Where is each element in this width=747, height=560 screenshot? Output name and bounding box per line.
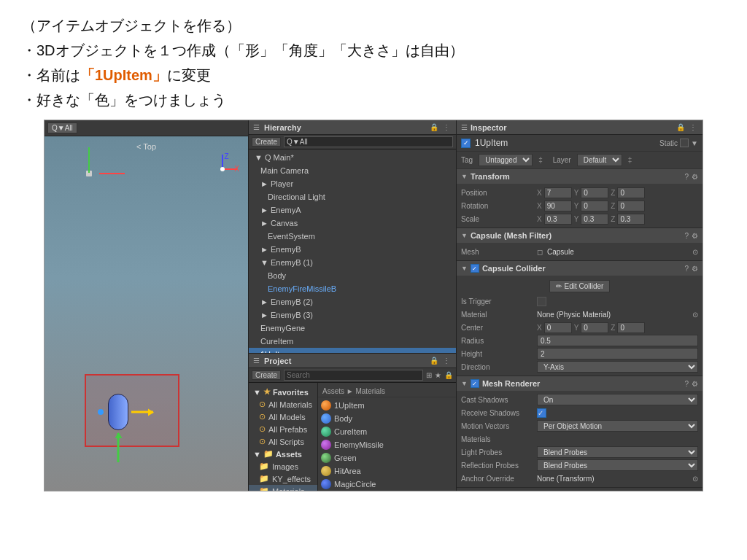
light-probes-dropdown[interactable]: Blend Probes [537,446,698,458]
center-y-input[interactable] [581,322,608,333]
h-item-canvas[interactable]: ► Canvas [249,217,456,230]
inspector-lock-btn[interactable]: 🔒 [675,123,686,131]
radius-input[interactable] [537,335,698,346]
h-item-enemyb1[interactable]: ▼ EnemyB (1) [249,256,456,269]
h-item-enemygene[interactable]: EnemyGene [249,322,456,335]
capsule-collider-enabled[interactable]: ✓ [471,264,479,273]
is-trigger-checkbox[interactable] [537,297,546,306]
cast-shadows-dropdown[interactable]: On [537,394,698,405]
object-name-input[interactable] [475,138,655,148]
position-y-input[interactable] [581,187,608,198]
material-select-btn[interactable]: ⊙ [692,311,698,319]
h-label: Main Camera [260,166,309,175]
transform-title: Transform [471,172,510,181]
mesh-renderer-enabled[interactable]: ✓ [471,379,479,388]
proj-images[interactable]: 📁 Images [249,460,317,472]
is-trigger-label: Is Trigger [461,298,534,306]
mat-hitarea[interactable]: HitArea [318,464,456,478]
scale-y-input[interactable] [581,214,608,225]
mesh-filter-gear-btn[interactable]: ⚙ [692,232,698,240]
tag-dropdown[interactable]: Untagged [479,154,533,166]
receive-shadows-checkbox[interactable]: ✓ [537,408,546,418]
h-label: Directional Light [268,192,325,201]
inspector-menu-btn[interactable]: ⋮ [688,123,698,131]
hierarchy-lock-btn[interactable]: 🔒 [428,123,440,131]
transform-header[interactable]: ▼ Transform ? ⚙ [457,169,703,184]
project-lock-btn[interactable]: 🔒 [428,357,440,365]
h-item-enemyfiremarssile[interactable]: EnemyFireMissileB [249,282,456,295]
edit-collider-btn[interactable]: ✏ Edit Collider [549,280,611,292]
proj-all-scripts[interactable]: ⊙ All Scripts [249,435,317,448]
capsule-collider-question-btn[interactable]: ? [684,265,689,273]
static-dropdown-arrow[interactable]: ▼ [691,139,698,147]
project-menu-btn[interactable]: ⋮ [441,357,452,365]
folder-icon: 📁 [259,486,269,491]
mesh-renderer-question-btn[interactable]: ? [684,380,689,388]
project-search-input[interactable] [284,370,423,381]
h-item-maincamera[interactable]: Main Camera [249,164,456,177]
cast-shadows-row: Cast Shadows On [461,393,698,406]
project-body: ▼ ★ Favorites ⊙ All Materials ⊙ All Mode… [249,383,456,491]
mesh-filter-header[interactable]: ▼ Capsule (Mesh Filter) ? ⚙ [457,228,703,243]
motion-vectors-dropdown[interactable]: Per Object Motion [537,420,698,432]
capsule-collider-gear-btn[interactable]: ⚙ [692,265,698,273]
scene-toolbar-qall[interactable]: Q▼All [47,122,77,133]
reflection-probes-dropdown[interactable]: Blend Probes [537,459,698,471]
project-view-toggle[interactable]: ⊞ [426,371,432,379]
h-item-player[interactable]: ► Player [249,177,456,190]
center-z-input[interactable] [617,322,645,333]
position-z-input[interactable] [617,187,645,198]
h-item-enemyb3[interactable]: ► EnemyB (3) [249,308,456,322]
proj-ky-effects[interactable]: 📁 KY_effects [249,472,317,485]
static-checkbox[interactable] [680,139,689,147]
h-item-eventsystem[interactable]: EventSystem [249,230,456,243]
mesh-renderer-header[interactable]: ▼ ✓ Mesh Renderer ? ⚙ [457,376,703,391]
object-enabled-checkbox[interactable]: ✓ [461,139,471,148]
hierarchy-header: ☰ Hierarchy 🔒 ⋮ [249,120,456,135]
is-trigger-value [537,297,698,306]
mat-green[interactable]: Green [318,451,456,464]
rotation-y-input[interactable] [581,201,608,211]
mat-magiccircle[interactable]: MagicCircle [318,478,456,491]
center-row: Center X Y Z [461,321,698,334]
rotation-x-input[interactable] [544,201,572,211]
h-item-cureitem[interactable]: CureItem [249,335,456,348]
h-item-main[interactable]: ▼ Q Main* [249,151,456,164]
h-item-enemya[interactable]: ► EnemyA [249,203,456,217]
scale-x-input[interactable] [544,214,572,225]
mesh-select-btn[interactable]: ⊙ [692,248,698,256]
scale-z-input[interactable] [617,214,645,225]
h-item-body[interactable]: Body [249,269,456,282]
layer-dropdown[interactable]: Default [577,154,622,166]
project-create-btn[interactable]: Create [252,370,281,380]
proj-materials[interactable]: 📁 Materials [249,485,317,491]
capsule-collider-header[interactable]: ▼ ✓ Capsule Collider ? ⚙ [457,261,703,276]
scene-canvas[interactable]: < Top Z X [44,136,248,491]
center-x-input[interactable] [544,322,572,333]
transform-gear-btn[interactable]: ⚙ [692,173,698,181]
proj-all-models[interactable]: ⊙ All Models [249,411,317,423]
rotation-z-input[interactable] [617,201,645,211]
direction-dropdown[interactable]: Y-Axis [537,361,698,373]
position-x-input[interactable] [544,187,572,198]
hierarchy-create-btn[interactable]: Create [252,137,281,147]
h-item-1upitem[interactable]: 1UpItem [249,348,456,354]
h-item-enemyb2[interactable]: ► EnemyB (2) [249,295,456,308]
proj-all-materials[interactable]: ⊙ All Materials [249,398,317,411]
project-settings-btn[interactable]: ★ [435,371,441,379]
hierarchy-menu-btn[interactable]: ⋮ [441,123,452,131]
h-item-dirlight[interactable]: Directional Light [249,190,456,203]
mat-body[interactable]: Body [318,412,456,425]
hierarchy-search-input[interactable] [284,136,453,147]
transform-question-btn[interactable]: ? [684,173,689,181]
anchor-select-btn[interactable]: ⊙ [692,475,698,483]
h-item-enemyb[interactable]: ► EnemyB [249,243,456,256]
mat-cureitem[interactable]: CureItem [318,425,456,438]
mesh-renderer-gear-btn[interactable]: ⚙ [692,380,698,388]
proj-all-prefabs[interactable]: ⊙ All Prefabs [249,423,317,435]
mesh-filter-question-btn[interactable]: ? [684,232,689,240]
height-input[interactable] [537,348,698,359]
mat-enemymissile[interactable]: EnemyMissile [318,438,456,451]
mat-1upitem[interactable]: 1UpItem [318,399,456,412]
project-lock2-btn[interactable]: 🔒 [444,371,453,379]
